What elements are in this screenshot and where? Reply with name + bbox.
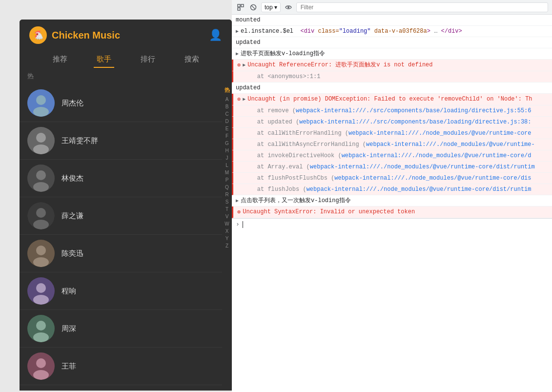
- alpha-letter-v[interactable]: V: [225, 213, 229, 220]
- avatar: [27, 127, 55, 154]
- alpha-letter-r[interactable]: R: [225, 191, 228, 198]
- console-text: 进歌手页面触发v-loading指令: [241, 49, 548, 58]
- artist-list-container: 周杰伦 王靖雯不胖 林俊杰 薛之谦: [20, 84, 232, 391]
- svg-point-19: [36, 321, 46, 330]
- inspect-icon[interactable]: [236, 2, 245, 12]
- svg-point-4: [36, 133, 46, 143]
- expand-icon[interactable]: ▶: [243, 96, 245, 103]
- alpha-letter-t[interactable]: T: [225, 206, 228, 213]
- list-item[interactable]: 陈奕迅: [20, 235, 222, 272]
- svg-point-8: [33, 182, 49, 192]
- console-row: at Array.eval (webpack-internal:///./nod…: [232, 162, 552, 173]
- filter-input[interactable]: [296, 2, 548, 12]
- error-icon: ⊗: [237, 61, 241, 70]
- alpha-letter-y[interactable]: Y: [225, 235, 229, 242]
- alpha-hot[interactable]: 热: [225, 86, 230, 94]
- error-icon: ⊗: [237, 95, 241, 104]
- svg-point-29: [287, 6, 289, 8]
- nav-item-rank[interactable]: 排行: [131, 51, 165, 68]
- list-item[interactable]: 周深: [20, 310, 222, 348]
- console-row: at flushPostFlushCbs (webpack-internal:/…: [232, 173, 552, 184]
- alpha-letter-w[interactable]: W: [225, 221, 229, 227]
- artist-name: 陈奕迅: [61, 249, 83, 258]
- alpha-letter-q[interactable]: Q: [225, 184, 229, 191]
- alpha-letter-m[interactable]: M: [225, 169, 229, 176]
- list-item[interactable]: 林俊杰: [20, 160, 222, 197]
- artist-name: 林俊杰: [61, 174, 83, 183]
- console-row[interactable]: ▶ 点击歌手列表，又一次触发v-loding指令: [232, 195, 552, 206]
- artist-name: 王菲: [61, 362, 76, 371]
- alpha-letter-b[interactable]: B: [225, 103, 229, 110]
- console-row: updated: [232, 37, 552, 48]
- logo-icon: 🐔: [29, 26, 47, 44]
- artist-name: 周杰伦: [61, 99, 83, 108]
- svg-point-17: [33, 295, 49, 305]
- list-item[interactable]: 王靖雯不胖: [20, 122, 222, 160]
- nav-item-singer[interactable]: 歌手: [87, 51, 121, 68]
- alpha-letter-x[interactable]: X: [225, 228, 229, 235]
- svg-rect-24: [238, 4, 240, 7]
- list-item[interactable]: 王菲: [20, 348, 222, 385]
- app-panel: 🐔 Chicken Music 👤 推荐 歌手 排行 搜索 热 周杰伦 王靖雯不…: [20, 20, 232, 391]
- console-row[interactable]: ⊗ ▶ Uncaught ReferenceError: 进歌手页面触发v is…: [232, 60, 552, 71]
- alpha-letter-j[interactable]: J: [226, 155, 228, 162]
- user-icon[interactable]: 👤: [209, 29, 222, 41]
- expand-icon[interactable]: ▶: [236, 197, 239, 205]
- console-text: at invokeDirectiveHook (webpack-internal…: [243, 151, 548, 160]
- avatar: [27, 165, 55, 192]
- alpha-letter-g[interactable]: G: [225, 140, 229, 147]
- alpha-letter-z[interactable]: Z: [225, 243, 228, 249]
- console-text: at <anonymous>:1:1: [243, 72, 548, 81]
- console-text: at Array.eval (webpack-internal:///./nod…: [243, 163, 548, 171]
- svg-point-2: [33, 107, 49, 117]
- eye-icon[interactable]: [284, 2, 293, 12]
- alpha-letter-p[interactable]: P: [225, 177, 229, 184]
- avatar: [27, 352, 55, 380]
- alpha-letter-a[interactable]: A: [225, 96, 229, 103]
- console-row[interactable]: ▶ 进歌手页面触发v-loading指令: [232, 48, 552, 60]
- app-header: 🐔 Chicken Music 👤: [20, 20, 232, 51]
- alpha-letter-c[interactable]: C: [225, 111, 228, 118]
- no-icon[interactable]: [248, 2, 258, 12]
- alphabet-sidebar: 热 A B C D E F G H J L M P Q R S T V W X …: [222, 84, 232, 391]
- svg-point-13: [36, 246, 46, 255]
- alpha-letter-f[interactable]: F: [225, 133, 228, 140]
- alpha-letter-h[interactable]: H: [225, 147, 228, 154]
- console-text: mounted: [236, 16, 548, 24]
- svg-point-11: [33, 220, 49, 229]
- console-text: updated: [236, 38, 548, 47]
- console-text: Uncaught SyntaxError: Invalid or unexpec…: [243, 207, 548, 216]
- console-text: el.instance.$el <div class="loading" dat…: [241, 27, 548, 36]
- alpha-letter-e[interactable]: E: [225, 125, 229, 132]
- console-row[interactable]: ⊗ ▶ Uncaught (in promise) DOMException: …: [232, 94, 552, 105]
- console-row: at remove (webpack-internal:///./src/com…: [232, 105, 552, 117]
- alpha-letter-l[interactable]: L: [225, 162, 228, 169]
- list-item[interactable]: 程响: [20, 272, 222, 310]
- svg-point-14: [33, 257, 49, 267]
- devtools-panel: top ▾ mounted ▶ el.instance.$el <div cla…: [232, 0, 552, 392]
- svg-point-7: [36, 170, 46, 180]
- svg-point-23: [33, 370, 49, 380]
- alpha-letter-s[interactable]: S: [225, 199, 229, 206]
- console-row: at updated (webpack-internal:///./src/co…: [232, 117, 552, 128]
- nav-item-search[interactable]: 搜索: [175, 51, 209, 68]
- expand-icon[interactable]: ▶: [236, 28, 239, 35]
- expand-icon[interactable]: ▶: [236, 50, 239, 58]
- svg-line-28: [251, 5, 255, 9]
- devtools-toolbar: top ▾: [232, 0, 552, 15]
- list-item[interactable]: 周杰伦: [20, 84, 222, 122]
- avatar: [27, 202, 55, 229]
- artist-name: 周深: [61, 324, 76, 333]
- console-row: mounted: [232, 15, 552, 26]
- alpha-letter-d[interactable]: D: [225, 118, 228, 125]
- nav-item-recommend[interactable]: 推荐: [43, 51, 77, 68]
- avatar: [27, 240, 55, 267]
- svg-point-1: [36, 95, 46, 105]
- expand-icon[interactable]: ▶: [243, 62, 245, 69]
- console-text: at flushJobs (webpack-internal:///./node…: [243, 185, 548, 194]
- prompt-cursor[interactable]: [243, 221, 243, 228]
- console-row[interactable]: ▶ el.instance.$el <div class="loading" d…: [232, 26, 552, 37]
- context-selector[interactable]: top ▾: [261, 2, 281, 12]
- console-row: at callWithErrorHandling (webpack-intern…: [232, 128, 552, 139]
- list-item[interactable]: 薛之谦: [20, 197, 222, 235]
